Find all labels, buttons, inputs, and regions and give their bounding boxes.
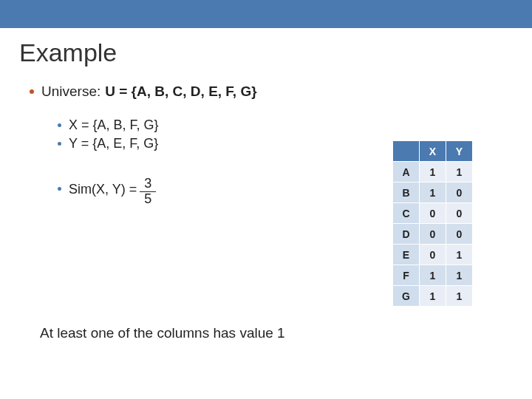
x-set-line: X = {A, B, F, G} <box>58 117 532 133</box>
cell-y: 0 <box>446 203 473 224</box>
cell-x: 0 <box>420 224 446 245</box>
cell-y: 0 <box>446 224 473 245</box>
table-row: C00 <box>393 203 473 224</box>
row-key: A <box>393 162 420 183</box>
table-row: G11 <box>393 286 473 307</box>
fraction-denominator: 5 <box>140 192 156 207</box>
caption-text: At least one of the columns has value 1 <box>40 325 285 341</box>
row-key: F <box>393 265 420 286</box>
slide-title: Example <box>0 28 532 67</box>
bullet-icon <box>58 142 61 146</box>
header-x: X <box>420 141 446 162</box>
bullet-icon <box>30 89 34 94</box>
sim-label: Sim(X, Y) = <box>69 177 137 197</box>
universe-line: Universe: U = {A, B, C, D, E, F, G} <box>30 83 532 100</box>
header-blank <box>393 141 420 162</box>
table-row: A11 <box>393 162 473 183</box>
cell-y: 1 <box>446 162 473 183</box>
header-y: Y <box>446 141 473 162</box>
row-key: C <box>393 203 420 224</box>
x-set-text: X = {A, B, F, G} <box>69 117 159 133</box>
cell-x: 1 <box>420 286 446 307</box>
bullet-icon <box>58 187 61 191</box>
cell-x: 0 <box>420 245 446 265</box>
row-key: G <box>393 286 420 307</box>
table-row: B10 <box>393 183 473 203</box>
table-row: E01 <box>393 245 473 265</box>
row-key: E <box>393 245 420 265</box>
cell-x: 1 <box>420 162 446 183</box>
row-key: D <box>393 224 420 245</box>
universe-label: Universe: <box>41 83 100 100</box>
cell-y: 0 <box>446 183 473 203</box>
cell-y: 1 <box>446 286 473 307</box>
universe-set: U = {A, B, C, D, E, F, G} <box>105 83 256 100</box>
table-row: D00 <box>393 224 473 245</box>
cell-x: 1 <box>420 265 446 286</box>
bullet-icon <box>58 123 61 127</box>
slide-top-bar <box>0 0 532 28</box>
table-row: F11 <box>393 265 473 286</box>
membership-table-wrap: X Y A11B10C00D00E01F11G11 <box>392 140 473 307</box>
table-header-row: X Y <box>393 141 473 162</box>
cell-x: 1 <box>420 183 446 203</box>
cell-y: 1 <box>446 245 473 265</box>
row-key: B <box>393 183 420 203</box>
fraction: 3 5 <box>140 177 156 207</box>
cell-y: 1 <box>446 265 473 286</box>
fraction-numerator: 3 <box>140 177 156 192</box>
membership-table: X Y A11B10C00D00E01F11G11 <box>392 140 473 307</box>
cell-x: 0 <box>420 203 446 224</box>
y-set-text: Y = {A, E, F, G} <box>69 136 158 151</box>
